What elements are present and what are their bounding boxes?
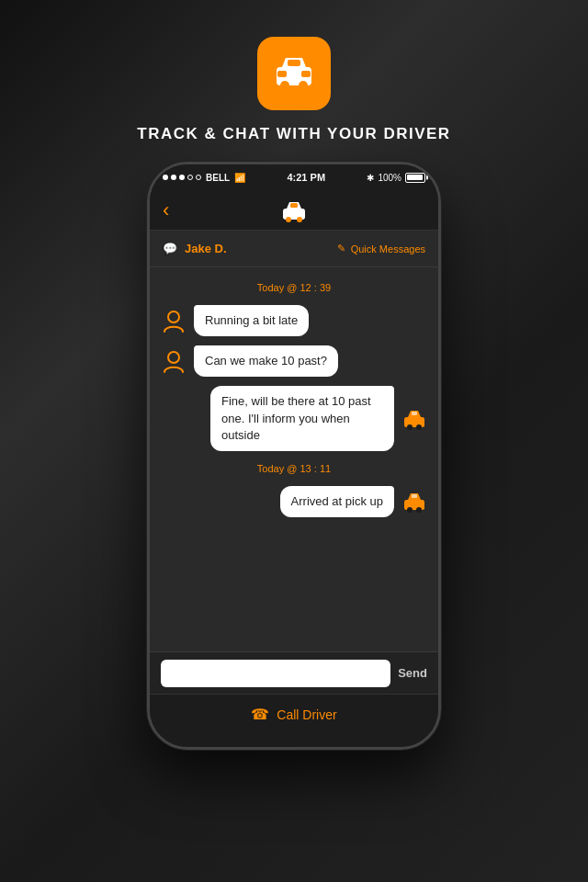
send-button[interactable]: Send bbox=[398, 666, 427, 680]
battery-percent: 100% bbox=[378, 173, 401, 183]
time-display: 4:21 PM bbox=[287, 172, 325, 183]
svg-rect-16 bbox=[404, 500, 424, 510]
svg-rect-3 bbox=[288, 60, 300, 66]
svg-point-13 bbox=[407, 424, 413, 430]
message-bubble-2: Can we make 10 past? bbox=[194, 345, 338, 377]
svg-rect-12 bbox=[404, 417, 424, 427]
message-bubble-1: Running a bit late bbox=[194, 305, 309, 336]
status-left: BELL 📶 bbox=[163, 173, 245, 183]
phone-wrapper: BELL 📶 4:21 PM ✱ 100% ‹ bbox=[0, 162, 588, 750]
message-bubble-3: Fine, will be there at 10 past one. I'll… bbox=[210, 386, 394, 451]
driver-name: Jake D. bbox=[185, 242, 227, 255]
message-bubble-4: Arrived at pick up bbox=[280, 486, 394, 517]
driver-avatar-2 bbox=[401, 489, 427, 514]
svg-point-14 bbox=[416, 424, 422, 430]
svg-point-17 bbox=[407, 507, 413, 513]
user-icon-1 bbox=[161, 308, 187, 334]
svg-point-2 bbox=[299, 81, 308, 90]
nav-logo bbox=[279, 196, 309, 225]
chat-icon: 💬 bbox=[163, 242, 177, 255]
svg-point-18 bbox=[416, 507, 422, 513]
svg-rect-9 bbox=[290, 203, 298, 208]
phone-icon: ☎ bbox=[251, 706, 269, 723]
battery-fill bbox=[407, 175, 423, 180]
message-row-2: Can we make 10 past? bbox=[150, 343, 438, 379]
input-bar: Send bbox=[150, 651, 438, 694]
user-avatar-1 bbox=[161, 308, 187, 334]
svg-point-11 bbox=[168, 352, 179, 363]
wifi-icon: 📶 bbox=[234, 173, 245, 183]
call-driver-bar[interactable]: ☎ Call Driver bbox=[150, 694, 438, 734]
tagline: TRACK & CHAT WITH YOUR DRIVER bbox=[137, 125, 450, 143]
driver-icon-2 bbox=[401, 489, 427, 514]
signal-dot-5 bbox=[196, 175, 201, 180]
app-icon bbox=[257, 37, 331, 110]
svg-point-7 bbox=[286, 217, 291, 222]
svg-rect-15 bbox=[412, 412, 417, 415]
chat-body: Today @ 12 : 39 Running a bit late bbox=[150, 267, 438, 651]
status-right: ✱ 100% bbox=[367, 173, 425, 183]
quick-messages-btn[interactable]: ✎ Quick Messages bbox=[337, 243, 425, 254]
status-bar: BELL 📶 4:21 PM ✱ 100% bbox=[150, 164, 438, 190]
carrier-label: BELL bbox=[206, 173, 230, 183]
quick-messages-label: Quick Messages bbox=[351, 243, 425, 254]
chat-header-left: 💬 Jake D. bbox=[163, 242, 227, 255]
battery-icon bbox=[405, 173, 425, 183]
svg-point-1 bbox=[280, 81, 289, 90]
message-row-4: Arrived at pick up bbox=[150, 483, 438, 520]
user-icon-2 bbox=[161, 348, 187, 374]
driver-avatar-1 bbox=[401, 406, 427, 432]
signal-dot-4 bbox=[187, 175, 193, 180]
pencil-icon: ✎ bbox=[337, 243, 345, 254]
back-button[interactable]: ‹ bbox=[163, 200, 169, 220]
bluetooth-icon: ✱ bbox=[367, 173, 374, 183]
message-row-1: Running a bit late bbox=[150, 302, 438, 339]
message-row-3: Fine, will be there at 10 past one. I'll… bbox=[150, 383, 438, 454]
timestamp-1: Today @ 12 : 39 bbox=[150, 282, 438, 293]
signal-dot-1 bbox=[163, 175, 168, 180]
call-driver-label: Call Driver bbox=[277, 707, 336, 722]
svg-rect-5 bbox=[301, 71, 311, 77]
phone-bottom bbox=[150, 734, 438, 747]
nav-taxi-icon bbox=[279, 196, 309, 225]
svg-point-8 bbox=[297, 217, 302, 222]
timestamp-2: Today @ 13 : 11 bbox=[150, 463, 438, 474]
chat-header: 💬 Jake D. ✎ Quick Messages bbox=[150, 231, 438, 267]
top-section: TRACK & CHAT WITH YOUR DRIVER bbox=[0, 0, 588, 143]
signal-dot-3 bbox=[179, 175, 185, 180]
phone-frame: BELL 📶 4:21 PM ✱ 100% ‹ bbox=[147, 162, 441, 750]
taxi-icon bbox=[269, 49, 319, 98]
nav-bar: ‹ bbox=[150, 190, 438, 231]
svg-rect-19 bbox=[412, 494, 417, 498]
driver-icon-1 bbox=[401, 406, 427, 432]
svg-point-10 bbox=[168, 311, 179, 322]
chat-input[interactable] bbox=[161, 660, 390, 687]
svg-rect-4 bbox=[277, 71, 287, 77]
signal-dot-2 bbox=[171, 175, 176, 180]
user-avatar-2 bbox=[161, 348, 187, 374]
